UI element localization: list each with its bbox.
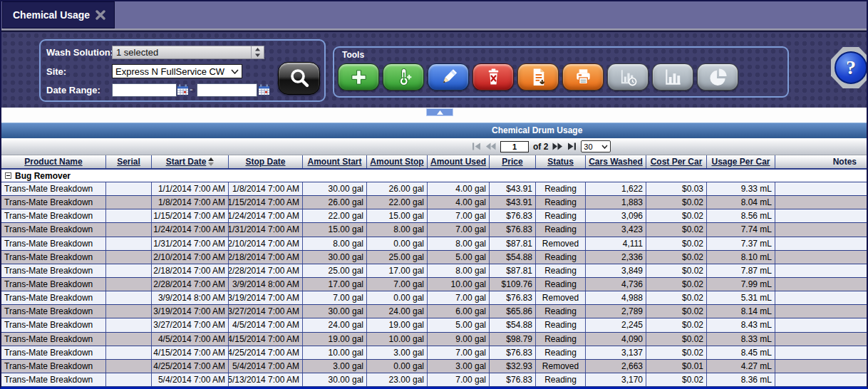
table-row[interactable]: Trans-Mate Breakdown3/9/2014 8:00 AM3/19… (1, 291, 867, 305)
table-row[interactable]: Trans-Mate Breakdown2/28/2014 7:00 AM3/9… (1, 278, 867, 291)
column-header-amount-start[interactable]: Amount Start (303, 155, 367, 168)
bar-chart-button[interactable] (652, 63, 693, 90)
cell-notes (775, 196, 867, 209)
delete-button[interactable] (472, 63, 514, 90)
cell-usage-per-car: 8.45 mL (707, 346, 775, 359)
table-row[interactable]: Trans-Mate Breakdown1/15/2014 7:00 AM1/2… (1, 209, 867, 223)
cell-amount-start: 10.00 gal (303, 346, 367, 359)
last-page-icon (567, 142, 577, 150)
help-button[interactable]: ? (831, 47, 868, 88)
site-select[interactable]: Express N FullService CW (112, 64, 242, 78)
column-header-amount-used[interactable]: Amount Used (428, 155, 490, 168)
cell-cars-washed: 2,336 (586, 251, 646, 264)
table-row[interactable]: Trans-Mate Breakdown4/25/2014 7:00 AM5/4… (1, 360, 867, 373)
table-row[interactable]: Trans-Mate Breakdown2/18/2014 7:00 AM2/2… (1, 264, 867, 278)
next-page-button[interactable] (552, 142, 563, 150)
pencil-icon (438, 67, 459, 88)
page-size-select[interactable]: 30 (581, 140, 611, 152)
tool-buttons (338, 63, 738, 90)
column-header-start-date[interactable]: Start Date (152, 155, 229, 168)
group-collapse-toggle[interactable] (5, 172, 11, 179)
tab-close-icon[interactable] (95, 10, 105, 20)
cell-notes (775, 209, 867, 222)
cell-cars-washed: 3,137 (586, 346, 646, 359)
cell-amount-start: 17.00 gal (303, 278, 367, 291)
cell-status: Reading (536, 318, 586, 331)
prev-page-icon (485, 142, 496, 150)
cell-serial (106, 278, 152, 291)
table-row[interactable]: Trans-Mate Breakdown4/5/2014 7:00 AM4/15… (1, 333, 867, 346)
tab-chemical-usage[interactable]: Chemical Usage (2, 1, 115, 28)
date-to-input[interactable] (197, 83, 257, 97)
add-button[interactable] (338, 63, 379, 90)
cell-price: $87.81 (490, 237, 536, 250)
table-row[interactable]: Trans-Mate Breakdown1/1/2014 7:00 AM1/8/… (1, 182, 867, 196)
cell-product-name: Trans-Mate Breakdown (1, 318, 106, 331)
cell-usage-per-car: 7.99 mL (707, 278, 775, 291)
date-from-calendar-button[interactable] (177, 84, 189, 95)
cell-serial (106, 209, 152, 222)
table-row[interactable]: Trans-Mate Breakdown3/19/2014 7:00 AM3/2… (1, 305, 867, 318)
column-header-usage-per-car[interactable]: Usage Per Car (707, 155, 775, 168)
table-row[interactable]: Trans-Mate Breakdown1/31/2014 7:00 AM2/1… (1, 237, 867, 251)
first-page-button[interactable] (472, 142, 481, 150)
tools-label: Tools (342, 50, 364, 60)
cell-price: $76.83 (490, 346, 536, 359)
report-export-button[interactable] (517, 63, 559, 90)
column-header-label: Stop Date (245, 157, 285, 167)
thermometer-icon (393, 67, 414, 88)
column-header-stop-date[interactable]: Stop Date (229, 155, 303, 168)
site-value: Express N FullService CW (115, 66, 224, 77)
table-row[interactable]: Trans-Mate Breakdown4/15/2014 7:00 AM4/2… (1, 346, 867, 360)
prev-page-button[interactable] (485, 142, 496, 150)
column-header-label: Price (502, 157, 522, 167)
page-number-input[interactable] (500, 141, 529, 152)
column-header-cars-washed[interactable]: Cars Washed (586, 155, 646, 168)
grid-title: Chemical Drum Usage (492, 123, 582, 138)
column-header-serial[interactable]: Serial (106, 155, 152, 168)
cell-start-date: 1/24/2014 7:00 AM (152, 223, 229, 236)
cell-amount-used: 4.00 gal (428, 196, 490, 209)
column-header-label: Status (547, 157, 574, 167)
cell-cars-washed: 3,170 (586, 373, 646, 386)
collapse-minus-icon (5, 172, 11, 179)
chevron-up-icon (437, 110, 443, 115)
table-row[interactable]: Trans-Mate Breakdown1/24/2014 7:00 AM1/3… (1, 223, 867, 237)
column-header-status[interactable]: Status (536, 155, 586, 168)
cell-stop-date: 3/9/2014 8:00 AM (229, 278, 303, 291)
tab-title: Chemical Usage (13, 9, 90, 21)
cell-amount-used: 4.00 gal (428, 182, 490, 195)
cell-product-name: Trans-Mate Breakdown (1, 373, 106, 386)
edit-button[interactable] (428, 63, 469, 90)
cell-usage-per-car: 7.87 mL (707, 264, 775, 277)
column-header-product-name[interactable]: Product Name (1, 155, 106, 168)
date-from-input[interactable] (112, 83, 177, 97)
column-header-amount-stop[interactable]: Amount Stop (367, 155, 428, 168)
last-page-button[interactable] (567, 142, 577, 150)
wash-solution-dropdown[interactable]: 1 selected (112, 46, 264, 59)
table-row[interactable]: Trans-Mate Breakdown5/4/2014 7:00 AM5/13… (1, 373, 867, 387)
date-to-calendar-button[interactable] (258, 84, 270, 95)
column-header-cost-per-car[interactable]: Cost Per Car (646, 155, 707, 168)
cell-usage-per-car: 8.04 mL (707, 196, 775, 209)
cell-stop-date: 4/5/2014 7:00 AM (229, 318, 303, 331)
table-row[interactable]: Trans-Mate Breakdown3/27/2014 7:00 AM4/5… (1, 318, 867, 332)
cell-start-date: 3/27/2014 7:00 AM (152, 318, 229, 331)
usage-history-button[interactable] (607, 63, 649, 90)
cell-notes (775, 373, 867, 386)
column-header-price[interactable]: Price (490, 155, 536, 168)
search-button[interactable] (278, 62, 320, 95)
collapse-panel-button[interactable] (426, 108, 453, 116)
print-button[interactable] (562, 63, 604, 90)
table-row[interactable]: Trans-Mate Breakdown2/10/2014 7:00 AM2/1… (1, 251, 867, 264)
table-row[interactable]: Trans-Mate Breakdown1/8/2014 7:00 AM1/15… (1, 196, 867, 209)
temperature-button[interactable] (383, 63, 424, 90)
cell-notes (775, 333, 867, 346)
pie-chart-button[interactable] (697, 63, 738, 90)
cell-cars-washed: 3,096 (586, 209, 646, 222)
cell-amount-used: 6.00 gal (428, 305, 490, 318)
toolbar: Wash Solution: 1 selected Site: Express … (1, 32, 867, 108)
column-header-label: Cars Washed (589, 157, 643, 167)
cell-status: Reading (536, 346, 586, 359)
cell-status: Reading (536, 182, 586, 195)
